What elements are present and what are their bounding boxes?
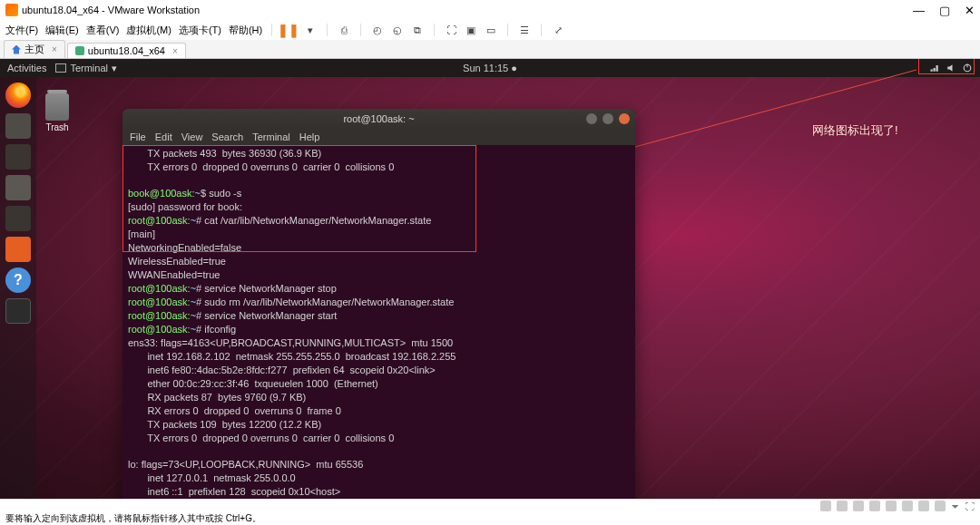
menu-tabs[interactable]: 选项卡(T) (179, 24, 221, 37)
home-icon (12, 45, 21, 54)
stretch-icon[interactable]: ⤢ (551, 23, 565, 37)
status-chevron-icon[interactable]: ⏷ (951, 501, 960, 511)
status-expand-icon[interactable]: ⛶ (965, 501, 975, 511)
menu-vm[interactable]: 虚拟机(M) (126, 24, 172, 37)
svg-rect-1 (966, 64, 967, 68)
terminal-maximize-button[interactable] (603, 113, 613, 124)
topbar-app-indicator[interactable]: Terminal ▾ (55, 63, 117, 74)
menu-file[interactable]: 文件(F) (5, 24, 38, 37)
term-menu-view[interactable]: View (181, 131, 203, 142)
status-icon[interactable] (837, 501, 848, 511)
status-icon[interactable] (902, 501, 913, 511)
activities-button[interactable]: Activities (7, 63, 46, 73)
dock-firefox[interactable] (5, 83, 31, 108)
snapshot-manager-icon[interactable]: ⧉ (410, 23, 425, 37)
terminal-minimize-button[interactable] (586, 113, 597, 124)
tab-home[interactable]: 主页 × (4, 40, 65, 58)
terminal-title: root@100ask: ~ (343, 113, 414, 124)
vmware-hint-bar: 要将输入定向到该虚拟机，请将鼠标指针移入其中或按 Ctrl+G。 (0, 512, 980, 525)
console-icon[interactable]: ▭ (484, 23, 498, 37)
dock-files[interactable] (5, 113, 31, 139)
clock[interactable]: Sun 11:15 ● (463, 63, 517, 73)
status-icon[interactable] (918, 501, 929, 511)
status-icon[interactable] (869, 501, 880, 511)
dock-terminal[interactable] (5, 298, 31, 324)
dock-app-4[interactable] (5, 175, 31, 200)
menu-help[interactable]: 帮助(H) (229, 24, 262, 37)
dock-help[interactable]: ? (5, 267, 31, 293)
snapshot-icon[interactable]: ◴ (370, 23, 385, 37)
guest-viewport[interactable]: Activities Terminal ▾ Sun 11:15 ● ? Tras… (0, 59, 980, 499)
tab-home-label: 主页 (24, 43, 44, 56)
library-icon[interactable]: ☰ (517, 23, 532, 37)
vmware-menubar: 文件(F) 编辑(E) 查看(V) 虚拟机(M) 选项卡(T) 帮助(H) ❚❚… (0, 20, 980, 40)
terminal-menubar: File Edit View Search Terminal Help (122, 129, 635, 145)
toolbar-dropdown-icon[interactable]: ▾ (303, 23, 318, 37)
tab-home-close[interactable]: × (52, 44, 57, 54)
vmware-logo-icon (5, 4, 18, 16)
gnome-top-bar: Activities Terminal ▾ Sun 11:15 ● (0, 59, 980, 77)
status-icon[interactable] (820, 501, 831, 511)
topbar-app-label: Terminal (70, 63, 108, 73)
menu-view[interactable]: 查看(V) (86, 24, 120, 37)
system-tray[interactable] (929, 63, 973, 73)
power-icon (962, 63, 973, 73)
minimize-button[interactable]: — (913, 4, 925, 17)
tab-vm[interactable]: ubuntu18.04_x64 × (67, 43, 186, 58)
terminal-window[interactable]: root@100ask: ~ File Edit View Search Ter… (122, 109, 635, 499)
volume-icon (946, 63, 956, 73)
send-ctrl-alt-del-icon[interactable]: ⎙ (337, 23, 351, 37)
maximize-button[interactable]: ▢ (939, 4, 950, 17)
vmware-statusbar: ⏷ ⛶ (0, 499, 980, 512)
term-menu-edit[interactable]: Edit (155, 131, 172, 142)
terminal-titlebar[interactable]: root@100ask: ~ (122, 109, 635, 129)
network-icon (929, 63, 940, 73)
trash-label: Trash (45, 122, 68, 132)
terminal-close-button[interactable] (619, 113, 630, 124)
term-menu-file[interactable]: File (130, 131, 146, 142)
status-icon[interactable] (886, 501, 897, 511)
fullscreen-icon[interactable]: ⛶ (444, 23, 458, 37)
vmware-titlebar: ubuntu18.04_x64 - VMware Workstation — ▢… (0, 0, 980, 20)
vmware-title: ubuntu18.04_x64 - VMware Workstation (22, 5, 200, 15)
snapshot-revert-icon[interactable]: ◵ (390, 23, 405, 37)
terminal-body[interactable]: TX packets 493 bytes 36930 (36.9 KB) TX … (122, 145, 635, 499)
vmware-hint-text: 要将输入定向到该虚拟机，请将鼠标指针移入其中或按 Ctrl+G。 (5, 512, 261, 525)
vm-icon (75, 46, 84, 55)
tab-vm-close[interactable]: × (172, 46, 178, 56)
term-menu-terminal[interactable]: Terminal (252, 131, 290, 142)
terminal-icon (55, 63, 66, 73)
term-menu-search[interactable]: Search (211, 131, 243, 142)
menu-edit[interactable]: 编辑(E) (45, 24, 79, 37)
dock-app-5[interactable] (5, 206, 31, 231)
status-icon[interactable] (935, 501, 946, 511)
desktop-trash[interactable]: Trash (45, 93, 69, 132)
dock-software[interactable] (5, 237, 31, 262)
tab-vm-label: ubuntu18.04_x64 (88, 45, 165, 56)
status-icon[interactable] (853, 501, 864, 511)
close-button[interactable]: ✕ (965, 4, 975, 17)
annotation-text: 网络图标出现了! (812, 122, 898, 139)
dock-app-3[interactable] (5, 144, 31, 170)
trash-icon (45, 93, 69, 121)
pause-icon[interactable]: ❚❚ (281, 23, 296, 37)
dock: ? (0, 77, 36, 499)
vmware-tabs: 主页 × ubuntu18.04_x64 × (0, 40, 980, 59)
term-menu-help[interactable]: Help (299, 131, 320, 142)
unity-icon[interactable]: ▣ (464, 23, 478, 37)
